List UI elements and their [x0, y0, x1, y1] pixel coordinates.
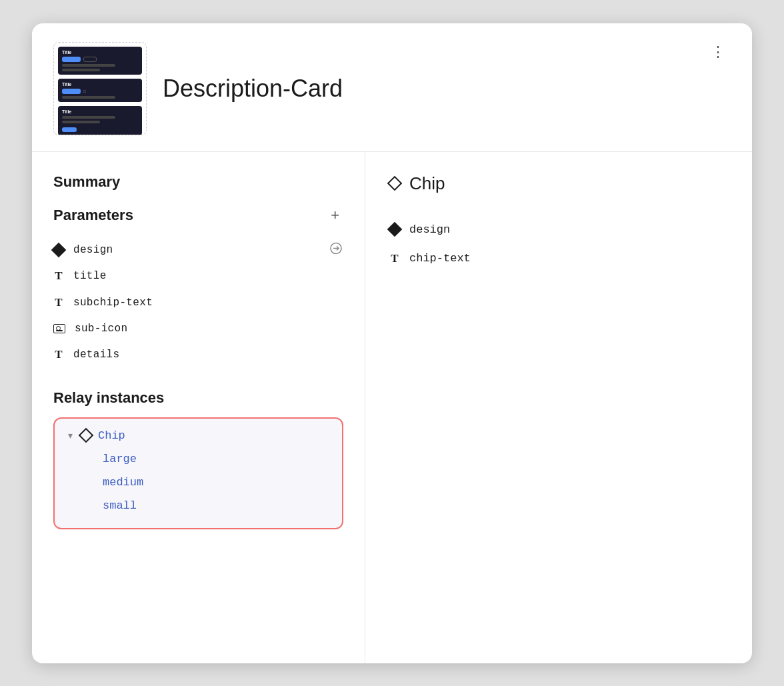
- right-chip-title: Chip: [409, 173, 445, 194]
- diamond-filled-icon-right-design: [387, 222, 403, 237]
- text-icon-details: T: [53, 348, 64, 361]
- relay-chip-header-row: ▾ Chip: [68, 429, 329, 442]
- summary-title: Summary: [53, 173, 343, 191]
- param-row-details: T details: [53, 341, 343, 368]
- param-row-title: T title: [53, 263, 343, 289]
- image-icon-sub-icon: [53, 324, 65, 333]
- right-chip-header: Chip: [389, 173, 728, 194]
- text-icon-title: T: [53, 269, 64, 283]
- more-menu-button[interactable]: ⋮: [705, 42, 731, 62]
- header: Title Title □: [32, 23, 752, 152]
- left-panel: Summary Parameters + design: [32, 152, 365, 663]
- param-label-subchip-text: subchip-text: [73, 297, 153, 309]
- relay-chip-label[interactable]: Chip: [98, 429, 125, 442]
- main-card: Title Title □: [32, 23, 752, 663]
- text-icon-chip-text: T: [389, 252, 400, 265]
- page-title: Description-Card: [163, 75, 731, 103]
- param-row-subchip-text: T subchip-text: [53, 289, 343, 316]
- relay-sub-large[interactable]: large: [68, 447, 329, 471]
- param-row-design: design: [53, 237, 343, 263]
- diamond-filled-icon: [51, 242, 67, 257]
- relay-instances-box: ▾ Chip large medium small: [53, 417, 343, 529]
- relay-sub-small[interactable]: small: [68, 494, 329, 517]
- thumb-chip-blue-2: [62, 89, 81, 94]
- text-icon-subchip: T: [53, 296, 64, 309]
- right-panel: Chip design T chip-text: [365, 152, 752, 663]
- parameters-title: Parameters: [53, 207, 133, 224]
- right-param-label-design: design: [409, 223, 450, 236]
- param-label-details: details: [73, 349, 119, 361]
- param-label-design: design: [73, 244, 113, 256]
- body: Summary Parameters + design: [32, 152, 752, 663]
- thumb-chip-outline: [83, 57, 97, 62]
- diamond-outline-icon-relay: [79, 428, 94, 443]
- param-label-sub-icon: sub-icon: [75, 323, 127, 335]
- param-label-title: title: [73, 270, 107, 282]
- chevron-down-icon[interactable]: ▾: [68, 430, 73, 441]
- param-row-sub-icon: sub-icon: [53, 316, 343, 341]
- thumb-chip-blue: [62, 57, 81, 62]
- right-param-label-chip-text: chip-text: [409, 252, 471, 265]
- diamond-outline-icon-chip: [387, 176, 403, 191]
- add-parameter-button[interactable]: +: [327, 207, 343, 224]
- parameters-header: Parameters +: [53, 207, 343, 224]
- right-param-row-design: design: [389, 215, 728, 244]
- thumbnail-preview: Title Title □: [53, 42, 147, 135]
- relay-icon-design[interactable]: [329, 242, 343, 257]
- relay-instances-title: Relay instances: [53, 389, 343, 407]
- relay-sub-medium[interactable]: medium: [68, 471, 329, 494]
- right-param-row-chip-text: T chip-text: [389, 244, 728, 273]
- thumb-row-1: Title: [58, 47, 142, 75]
- thumb-row-3: Title: [58, 106, 142, 135]
- thumb-row-2: Title □: [58, 79, 142, 102]
